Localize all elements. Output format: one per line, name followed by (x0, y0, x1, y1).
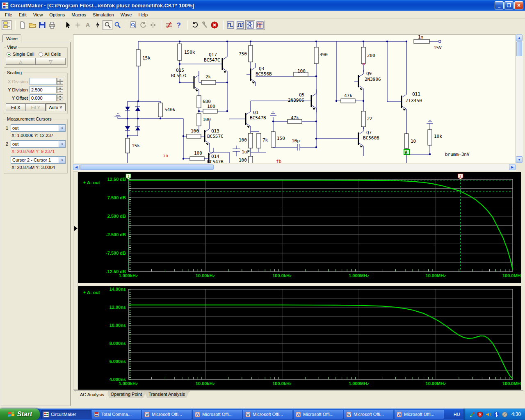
task-word[interactable]: WMicrosoft Offi... (142, 410, 192, 419)
chevron-down-icon[interactable]: ▼ (59, 125, 65, 131)
svg-text:2k: 2k (205, 74, 211, 80)
fit-x-button[interactable]: Fit X (6, 103, 26, 111)
cursor-tool-button[interactable] (63, 20, 73, 30)
scroll-down-icon[interactable]: ▼ (516, 156, 523, 163)
menu-view[interactable]: View (30, 11, 46, 18)
word-icon: W (346, 411, 352, 418)
svg-text:1.000MHz: 1.000MHz (349, 273, 370, 278)
vscroll-thumb[interactable] (516, 41, 522, 56)
svg-text:A: A (86, 21, 90, 28)
hscroll-thumb[interactable] (80, 164, 214, 170)
stop-sim-button[interactable] (210, 20, 219, 30)
all-cells-radio[interactable] (39, 52, 43, 57)
language-indicator[interactable]: HU (450, 412, 463, 417)
cursor-diff-select[interactable]: Cursor 2 - Cursor 1 ▼ (11, 156, 66, 164)
y-division-spinner[interactable]: ▲▼ (57, 86, 63, 93)
add-part-button[interactable] (73, 20, 83, 30)
menu-help[interactable]: Help (135, 11, 151, 18)
cursor2-signal-select[interactable]: out ▼ (11, 140, 66, 148)
new-file-button[interactable] (18, 20, 27, 30)
menu-simulation[interactable]: Simulation (89, 11, 117, 18)
graph-splitter[interactable] (73, 171, 78, 390)
tab-transient-analysis[interactable]: Transient Analysis (144, 391, 189, 398)
ac-delay-plot[interactable]: 14.00ns12.00ns10.00ns8.000ns6.000ns4.000… (78, 286, 521, 390)
minimize-button[interactable]: _ (495, 1, 504, 9)
svg-text:100: 100 (207, 104, 215, 109)
rotate-button[interactable] (138, 20, 148, 30)
print-button[interactable] (47, 20, 57, 30)
cell-down-button[interactable]: ▽ (36, 58, 66, 65)
tab-wave[interactable]: Wave (2, 34, 21, 42)
tab-operating-point[interactable]: Operating Point (106, 391, 146, 398)
scroll-up-icon[interactable]: ▲ (516, 34, 523, 41)
help-button[interactable]: ? (174, 20, 184, 30)
task-totalcmd[interactable]: Total Comma... (92, 410, 141, 419)
x-division-spinner[interactable]: ▲▼ (57, 78, 63, 85)
scroll-right-icon[interactable]: ▶ (509, 164, 516, 170)
close-button[interactable]: ✕ (514, 1, 523, 9)
menu-macros[interactable]: Macros (68, 11, 89, 18)
cursor1-signal-select[interactable]: out ▼ (11, 124, 66, 132)
y-offset-spinner[interactable]: ▲▼ (57, 94, 63, 101)
svg-text:1uF: 1uF (242, 149, 250, 155)
x-division-input[interactable] (30, 78, 57, 85)
maximize-button[interactable]: ❐ (504, 1, 514, 9)
y-division-input[interactable] (30, 86, 57, 93)
open-file-button[interactable] (27, 20, 37, 30)
scope-analog-button[interactable] (235, 20, 245, 30)
single-cell-radio[interactable] (7, 52, 11, 57)
tools-button[interactable] (200, 20, 210, 30)
scope-digital-button[interactable] (226, 20, 235, 30)
cell-up-button[interactable]: △ (6, 58, 36, 65)
security-shield-icon[interactable] (477, 411, 483, 418)
scroll-left-icon[interactable]: ◀ (73, 164, 80, 170)
menu-edit[interactable]: Edit (16, 11, 30, 18)
run-probe-button[interactable] (93, 20, 103, 30)
chevron-down-icon[interactable]: ▼ (59, 157, 65, 163)
chevron-down-icon[interactable]: ▼ (59, 141, 65, 147)
bluetooth-icon[interactable] (493, 411, 500, 418)
cursor2-readout: X: 20.876M Y: 9.2371 (6, 148, 66, 155)
y-offset-input[interactable] (30, 94, 57, 101)
new-file-icon (18, 21, 27, 29)
taskbar: Start CircuitMakerTotal Comma...WMicroso… (0, 409, 525, 420)
rotate-icon (139, 21, 147, 29)
svg-text:100: 100 (239, 158, 247, 163)
ac-gain-plot[interactable]: 1212.50 dB7.500 dB2.500 dB-2.500 dB-7.50… (78, 172, 521, 283)
cursor-diff-readout: X: 20.875M Y:-3.0004 (6, 164, 66, 171)
start-button[interactable]: Start (0, 409, 40, 420)
sim-settings-button[interactable] (164, 20, 174, 30)
tablet-pen-icon[interactable] (469, 411, 475, 418)
save-file-button[interactable] (37, 20, 47, 30)
task-circuitmaker[interactable]: CircuitMaker (41, 410, 91, 419)
zoom-page-button[interactable] (128, 20, 138, 30)
probe-tool-button[interactable] (103, 20, 112, 30)
auto-y-button[interactable]: Auto Y (46, 103, 66, 111)
schematic-horizontal-scrollbar[interactable]: ◀ ▶ (73, 164, 516, 171)
task-word[interactable]: WMicrosoft Offi... (344, 410, 393, 419)
schematic-canvas[interactable]: 15k150kQ17BC547CQ15BC547C2k680100540k100… (73, 34, 516, 163)
task-word[interactable]: WMicrosoft Offi... (193, 410, 242, 419)
menu-options[interactable]: Options (46, 11, 68, 18)
menu-file[interactable]: File (2, 11, 16, 18)
zoom-tool-button[interactable] (112, 20, 122, 30)
task-word[interactable]: WMicrosoft Offi... (243, 410, 292, 419)
browse-parts-button[interactable] (2, 20, 11, 30)
volume-icon[interactable] (485, 411, 491, 418)
tab-ac-analysis[interactable]: AC Analysis (75, 391, 109, 398)
menu-wave[interactable]: Wave (117, 11, 135, 18)
scope-mixed-button[interactable] (245, 20, 255, 30)
schematic-vertical-scrollbar[interactable]: ▲ ▼ (516, 34, 523, 163)
task-word[interactable]: WMicrosoft Offi... (294, 410, 343, 419)
text-tool-button[interactable]: A (83, 20, 93, 30)
taskbar-tasks: CircuitMakerTotal Comma...WMicrosoft Off… (40, 409, 450, 420)
reset-button[interactable] (190, 20, 200, 30)
fit-y-button[interactable]: Fit Y (26, 103, 46, 111)
svg-text:10.00kHz: 10.00kHz (196, 273, 215, 278)
scope-params-button[interactable] (255, 20, 265, 30)
split-view-button[interactable] (148, 20, 158, 30)
system-tray: 4:30 (463, 409, 525, 420)
view-group: View Single Cell All Cells △ ▽ (4, 45, 68, 68)
mouse-icon[interactable] (502, 411, 508, 418)
task-word[interactable]: WMicrosoft Offi... (395, 410, 444, 419)
